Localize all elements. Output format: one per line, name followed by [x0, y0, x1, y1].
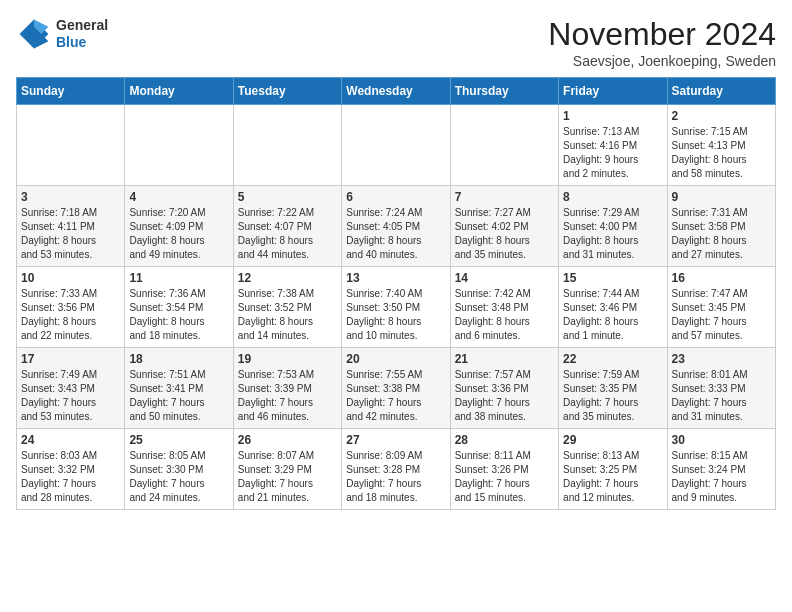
calendar-table: SundayMondayTuesdayWednesdayThursdayFrid… [16, 77, 776, 510]
calendar-cell: 29Sunrise: 8:13 AM Sunset: 3:25 PM Dayli… [559, 429, 667, 510]
calendar-cell: 11Sunrise: 7:36 AM Sunset: 3:54 PM Dayli… [125, 267, 233, 348]
location: Saevsjoe, Joenkoeping, Sweden [548, 53, 776, 69]
day-info: Sunrise: 8:03 AM Sunset: 3:32 PM Dayligh… [21, 449, 120, 505]
day-info: Sunrise: 8:13 AM Sunset: 3:25 PM Dayligh… [563, 449, 662, 505]
calendar-cell: 7Sunrise: 7:27 AM Sunset: 4:02 PM Daylig… [450, 186, 558, 267]
day-info: Sunrise: 7:38 AM Sunset: 3:52 PM Dayligh… [238, 287, 337, 343]
day-info: Sunrise: 7:29 AM Sunset: 4:00 PM Dayligh… [563, 206, 662, 262]
calendar-header-row: SundayMondayTuesdayWednesdayThursdayFrid… [17, 78, 776, 105]
day-number: 16 [672, 271, 771, 285]
day-number: 18 [129, 352, 228, 366]
day-number: 27 [346, 433, 445, 447]
day-number: 1 [563, 109, 662, 123]
day-number: 17 [21, 352, 120, 366]
logo-text: General Blue [56, 17, 108, 51]
calendar-day-header: Tuesday [233, 78, 341, 105]
day-number: 26 [238, 433, 337, 447]
day-info: Sunrise: 8:09 AM Sunset: 3:28 PM Dayligh… [346, 449, 445, 505]
day-info: Sunrise: 7:49 AM Sunset: 3:43 PM Dayligh… [21, 368, 120, 424]
calendar-day-header: Saturday [667, 78, 775, 105]
calendar-day-header: Thursday [450, 78, 558, 105]
calendar-cell: 3Sunrise: 7:18 AM Sunset: 4:11 PM Daylig… [17, 186, 125, 267]
day-info: Sunrise: 8:15 AM Sunset: 3:24 PM Dayligh… [672, 449, 771, 505]
calendar-cell: 21Sunrise: 7:57 AM Sunset: 3:36 PM Dayli… [450, 348, 558, 429]
calendar-day-header: Sunday [17, 78, 125, 105]
calendar-cell: 1Sunrise: 7:13 AM Sunset: 4:16 PM Daylig… [559, 105, 667, 186]
calendar-cell: 18Sunrise: 7:51 AM Sunset: 3:41 PM Dayli… [125, 348, 233, 429]
calendar-week-row: 24Sunrise: 8:03 AM Sunset: 3:32 PM Dayli… [17, 429, 776, 510]
day-number: 30 [672, 433, 771, 447]
day-info: Sunrise: 8:07 AM Sunset: 3:29 PM Dayligh… [238, 449, 337, 505]
day-number: 25 [129, 433, 228, 447]
day-number: 24 [21, 433, 120, 447]
calendar-cell: 2Sunrise: 7:15 AM Sunset: 4:13 PM Daylig… [667, 105, 775, 186]
day-number: 15 [563, 271, 662, 285]
calendar-cell: 5Sunrise: 7:22 AM Sunset: 4:07 PM Daylig… [233, 186, 341, 267]
day-info: Sunrise: 7:15 AM Sunset: 4:13 PM Dayligh… [672, 125, 771, 181]
calendar-day-header: Wednesday [342, 78, 450, 105]
day-info: Sunrise: 7:24 AM Sunset: 4:05 PM Dayligh… [346, 206, 445, 262]
day-info: Sunrise: 7:13 AM Sunset: 4:16 PM Dayligh… [563, 125, 662, 181]
calendar-day-header: Monday [125, 78, 233, 105]
calendar-cell: 19Sunrise: 7:53 AM Sunset: 3:39 PM Dayli… [233, 348, 341, 429]
day-number: 13 [346, 271, 445, 285]
calendar-day-header: Friday [559, 78, 667, 105]
calendar-cell: 10Sunrise: 7:33 AM Sunset: 3:56 PM Dayli… [17, 267, 125, 348]
calendar-week-row: 17Sunrise: 7:49 AM Sunset: 3:43 PM Dayli… [17, 348, 776, 429]
day-info: Sunrise: 8:05 AM Sunset: 3:30 PM Dayligh… [129, 449, 228, 505]
calendar-cell [17, 105, 125, 186]
day-number: 21 [455, 352, 554, 366]
calendar-cell: 23Sunrise: 8:01 AM Sunset: 3:33 PM Dayli… [667, 348, 775, 429]
day-number: 6 [346, 190, 445, 204]
day-number: 19 [238, 352, 337, 366]
title-area: November 2024 Saevsjoe, Joenkoeping, Swe… [548, 16, 776, 69]
calendar-cell: 16Sunrise: 7:47 AM Sunset: 3:45 PM Dayli… [667, 267, 775, 348]
calendar-week-row: 1Sunrise: 7:13 AM Sunset: 4:16 PM Daylig… [17, 105, 776, 186]
calendar-cell: 27Sunrise: 8:09 AM Sunset: 3:28 PM Dayli… [342, 429, 450, 510]
day-number: 23 [672, 352, 771, 366]
calendar-cell: 12Sunrise: 7:38 AM Sunset: 3:52 PM Dayli… [233, 267, 341, 348]
day-number: 22 [563, 352, 662, 366]
calendar-cell: 14Sunrise: 7:42 AM Sunset: 3:48 PM Dayli… [450, 267, 558, 348]
day-info: Sunrise: 7:53 AM Sunset: 3:39 PM Dayligh… [238, 368, 337, 424]
calendar-cell: 24Sunrise: 8:03 AM Sunset: 3:32 PM Dayli… [17, 429, 125, 510]
calendar-cell [342, 105, 450, 186]
day-info: Sunrise: 7:55 AM Sunset: 3:38 PM Dayligh… [346, 368, 445, 424]
calendar-cell: 25Sunrise: 8:05 AM Sunset: 3:30 PM Dayli… [125, 429, 233, 510]
day-number: 14 [455, 271, 554, 285]
day-info: Sunrise: 7:40 AM Sunset: 3:50 PM Dayligh… [346, 287, 445, 343]
month-title: November 2024 [548, 16, 776, 53]
calendar-cell: 28Sunrise: 8:11 AM Sunset: 3:26 PM Dayli… [450, 429, 558, 510]
day-info: Sunrise: 7:57 AM Sunset: 3:36 PM Dayligh… [455, 368, 554, 424]
day-info: Sunrise: 7:59 AM Sunset: 3:35 PM Dayligh… [563, 368, 662, 424]
logo-icon [16, 16, 52, 52]
day-info: Sunrise: 7:22 AM Sunset: 4:07 PM Dayligh… [238, 206, 337, 262]
calendar-cell: 20Sunrise: 7:55 AM Sunset: 3:38 PM Dayli… [342, 348, 450, 429]
page-header: General Blue November 2024 Saevsjoe, Joe… [16, 16, 776, 69]
day-number: 4 [129, 190, 228, 204]
day-number: 12 [238, 271, 337, 285]
calendar-cell: 4Sunrise: 7:20 AM Sunset: 4:09 PM Daylig… [125, 186, 233, 267]
calendar-cell [125, 105, 233, 186]
logo: General Blue [16, 16, 108, 52]
day-info: Sunrise: 7:27 AM Sunset: 4:02 PM Dayligh… [455, 206, 554, 262]
day-info: Sunrise: 7:44 AM Sunset: 3:46 PM Dayligh… [563, 287, 662, 343]
calendar-cell: 6Sunrise: 7:24 AM Sunset: 4:05 PM Daylig… [342, 186, 450, 267]
calendar-cell [233, 105, 341, 186]
day-info: Sunrise: 7:42 AM Sunset: 3:48 PM Dayligh… [455, 287, 554, 343]
day-number: 29 [563, 433, 662, 447]
calendar-cell: 15Sunrise: 7:44 AM Sunset: 3:46 PM Dayli… [559, 267, 667, 348]
day-number: 9 [672, 190, 771, 204]
day-number: 8 [563, 190, 662, 204]
day-info: Sunrise: 7:47 AM Sunset: 3:45 PM Dayligh… [672, 287, 771, 343]
calendar-cell: 13Sunrise: 7:40 AM Sunset: 3:50 PM Dayli… [342, 267, 450, 348]
calendar-cell: 30Sunrise: 8:15 AM Sunset: 3:24 PM Dayli… [667, 429, 775, 510]
calendar-cell: 17Sunrise: 7:49 AM Sunset: 3:43 PM Dayli… [17, 348, 125, 429]
day-number: 3 [21, 190, 120, 204]
day-info: Sunrise: 8:01 AM Sunset: 3:33 PM Dayligh… [672, 368, 771, 424]
calendar-cell: 22Sunrise: 7:59 AM Sunset: 3:35 PM Dayli… [559, 348, 667, 429]
calendar-week-row: 3Sunrise: 7:18 AM Sunset: 4:11 PM Daylig… [17, 186, 776, 267]
day-info: Sunrise: 8:11 AM Sunset: 3:26 PM Dayligh… [455, 449, 554, 505]
day-info: Sunrise: 7:31 AM Sunset: 3:58 PM Dayligh… [672, 206, 771, 262]
calendar-week-row: 10Sunrise: 7:33 AM Sunset: 3:56 PM Dayli… [17, 267, 776, 348]
